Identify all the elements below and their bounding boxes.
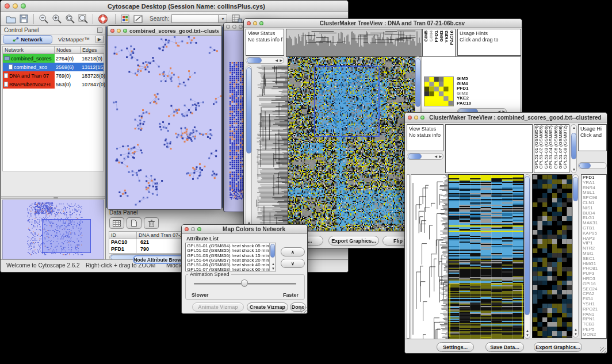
- gene-list-item[interactable]: KAP95: [583, 231, 605, 236]
- attribute-list-item[interactable]: GPL51-06 (GSM865) heat shock 40 min: [187, 263, 274, 267]
- network-overview-panel[interactable]: [2, 200, 104, 259]
- create-v-button[interactable]: Create Vizmap: [247, 302, 288, 312]
- treeview1-titlebar[interactable]: ClusterMaker TreeView : DNA and Tran 07-…: [244, 19, 522, 28]
- gene-list-item[interactable]: YKE2: [457, 96, 481, 101]
- column-label[interactable]: YKE2: [444, 30, 449, 43]
- minimize-button[interactable]: [117, 29, 121, 33]
- gene-list-item[interactable]: RPO21: [583, 307, 605, 312]
- scroll-up-icon[interactable]: ▲: [526, 329, 529, 332]
- gene-list-item[interactable]: CLN1: [583, 201, 605, 206]
- tv2-heatmap-vscrollbar[interactable]: ▲ ▼: [524, 174, 530, 339]
- scroll-up-icon[interactable]: ▲: [271, 262, 275, 266]
- column-header[interactable]: Network: [3, 47, 55, 54]
- minimize-button[interactable]: [253, 21, 257, 25]
- gene-list-item[interactable]: HAP3: [583, 236, 605, 242]
- column-label[interactable]: PFD1: [434, 30, 439, 42]
- column-label[interactable]: GIM3: [439, 30, 444, 42]
- network-row[interactable]: combined_scores 2764(0) 16218(0): [3, 54, 104, 63]
- column-label[interactable]: PAC10: [449, 30, 454, 45]
- scroll-up-icon[interactable]: ▲: [574, 328, 577, 331]
- export-graphics-button[interactable]: Export Graphics...: [534, 342, 582, 352]
- zoom-out-icon[interactable]: [37, 13, 49, 25]
- gene-list-item[interactable]: HRD3: [583, 277, 605, 282]
- network-overview-canvas[interactable]: [3, 200, 104, 258]
- gene-list-item[interactable]: PAN1: [583, 312, 605, 317]
- annotation-icon[interactable]: [132, 13, 144, 25]
- close-button[interactable]: [247, 21, 251, 25]
- gene-list-item[interactable]: SPC98: [583, 196, 605, 201]
- network-view-titlebar[interactable]: combined_scores_good.txt--cluste...: [108, 26, 221, 36]
- scroll-left-icon[interactable]: ◀: [275, 59, 278, 62]
- tv1-status-scrollbar[interactable]: ◀ ▶: [246, 57, 284, 64]
- scroll-right-icon[interactable]: ▶: [439, 155, 442, 158]
- gene-list-item[interactable]: PFD1: [457, 86, 481, 91]
- tab-vizmapper[interactable]: VizMapper™: [52, 36, 95, 43]
- gene-list-item[interactable]: PFD1: [583, 175, 605, 181]
- help-lifering-icon[interactable]: [97, 13, 109, 25]
- panel-splitter[interactable]: [1, 196, 105, 199]
- zoom-fit-icon[interactable]: [77, 13, 89, 25]
- scroll-left-icon[interactable]: ◀: [434, 155, 437, 158]
- gene-list-item[interactable]: BUD4: [583, 211, 605, 216]
- scroll-down-icon[interactable]: ▼: [574, 332, 577, 336]
- cytoscape-titlebar[interactable]: Cytoscape Desktop (Session Name: collins…: [1, 1, 348, 12]
- gene-list-item[interactable]: MSL1: [583, 190, 605, 196]
- gene-list-item[interactable]: PEP5: [583, 327, 605, 332]
- attribute-list-item[interactable]: GPL51-03 (GSM856) heat shock 15 min: [187, 254, 274, 258]
- gene-list-item[interactable]: FIG4: [583, 297, 605, 302]
- column-label[interactable]: GPL51-08 (GSM872): [563, 125, 568, 169]
- tv1-left-vscrollbar[interactable]: ▲ ▼: [246, 66, 252, 231]
- tv1-heatmap[interactable]: [288, 56, 415, 232]
- gene-list-item[interactable]: RPN1: [583, 317, 605, 322]
- search-input[interactable]: [171, 14, 219, 23]
- speed-slider-thumb[interactable]: [241, 279, 248, 287]
- gene-list-item[interactable]: MAK31: [583, 221, 605, 226]
- zoom-button[interactable]: [197, 227, 201, 231]
- gene-list-item[interactable]: GTB1: [583, 226, 605, 231]
- gene-list-item[interactable]: RNR4: [583, 186, 605, 191]
- resize-grip[interactable]: [300, 306, 307, 313]
- tv2-row-dendrogram[interactable]: [411, 174, 448, 340]
- tv2-usage-scrollbar[interactable]: [578, 162, 607, 169]
- minimize-button[interactable]: [191, 227, 195, 231]
- tv2-heatmap[interactable]: [448, 174, 524, 340]
- delete-attribute-button[interactable]: [144, 217, 159, 229]
- column-header[interactable]: ID: [109, 232, 137, 239]
- gene-list-item[interactable]: TCB3: [583, 322, 605, 327]
- zoom-button[interactable]: [123, 29, 127, 33]
- gene-list-item[interactable]: GIM5: [457, 76, 481, 82]
- node-appearance-icon[interactable]: [119, 13, 131, 25]
- animate-v-button[interactable]: Animate Vizmap: [192, 302, 244, 312]
- zoom-button[interactable]: [239, 25, 243, 29]
- gene-list-item[interactable]: VIP1: [583, 241, 605, 246]
- gene-list-item[interactable]: GPI16: [583, 282, 605, 287]
- zoom-button[interactable]: [420, 116, 424, 120]
- tv1-row-dendrogram[interactable]: [253, 66, 288, 231]
- gene-list-item[interactable]: PAC10: [457, 101, 481, 106]
- network-view-canvas[interactable]: [108, 36, 222, 210]
- node-attribute-browser-button[interactable]: Node Attribute Brows: [133, 255, 185, 264]
- close-button[interactable]: [5, 3, 10, 9]
- tv2-labels-vscrollbar[interactable]: ▲ ▼: [571, 124, 577, 173]
- table-mode-button[interactable]: [109, 217, 124, 229]
- gene-list-item[interactable]: CPA2: [583, 292, 605, 297]
- column-header[interactable]: Nodes: [55, 47, 81, 54]
- zoom-in-icon[interactable]: [51, 13, 63, 25]
- gene-list-item[interactable]: PUF3: [583, 271, 605, 277]
- gene-list-item[interactable]: PHO81: [583, 266, 605, 271]
- zoom-button[interactable]: [259, 21, 263, 25]
- close-button[interactable]: [226, 25, 230, 29]
- attribute-list-item[interactable]: GPL51-02 (GSM855) heat shock 10 min: [187, 248, 274, 253]
- gene-list-item[interactable]: ELG1: [583, 216, 605, 221]
- gene-list-item[interactable]: MON2: [583, 332, 605, 338]
- move-up-button[interactable]: ∧: [281, 247, 305, 256]
- column-label[interactable]: GIM4: [429, 30, 434, 42]
- gene-list-item[interactable]: GIM4: [457, 82, 481, 87]
- gene-list-item[interactable]: HMG1: [583, 262, 605, 267]
- tv1-mini-heatmap[interactable]: [424, 76, 454, 106]
- new-attribute-button[interactable]: [127, 217, 141, 229]
- minimize-button[interactable]: [13, 3, 18, 9]
- map-dialog-titlebar[interactable]: Map Colors to Network: [182, 225, 307, 234]
- open-file-icon[interactable]: [5, 13, 17, 25]
- scroll-down-icon[interactable]: ▼: [526, 334, 529, 337]
